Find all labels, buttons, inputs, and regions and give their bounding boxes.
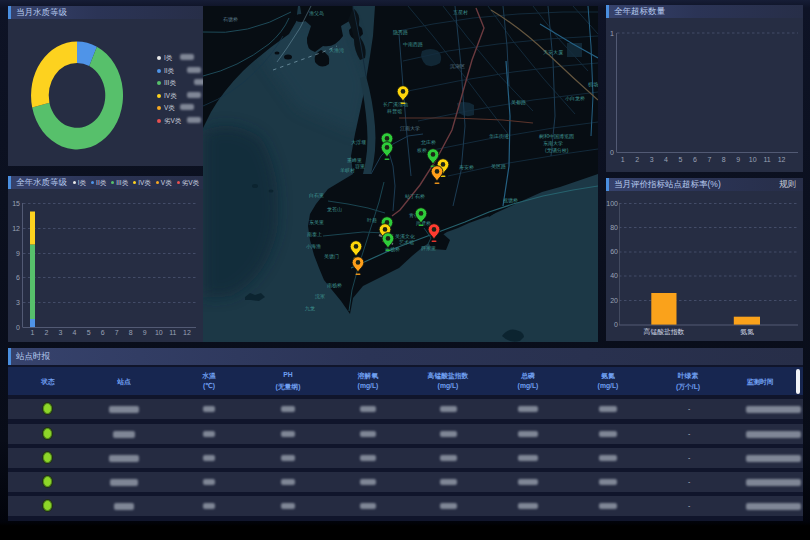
svg-text:20: 20 (610, 297, 618, 304)
svg-text:4: 4 (73, 329, 77, 336)
svg-text:10: 10 (749, 156, 757, 163)
svg-text:隐秀路: 隐秀路 (393, 29, 408, 36)
svg-text:9: 9 (16, 250, 20, 257)
svg-text:天安大厦: 天安大厦 (543, 49, 563, 56)
svg-text:板桥: 板桥 (416, 147, 427, 153)
svg-text:3: 3 (16, 299, 20, 306)
svg-text:华庄街道: 华庄街道 (489, 133, 509, 140)
svg-text:大浮堰: 大浮堰 (351, 139, 366, 146)
svg-text:40: 40 (610, 272, 618, 279)
svg-text:6: 6 (16, 274, 20, 281)
svg-text:南泰上: 南泰上 (307, 231, 322, 237)
svg-text:容里: 容里 (355, 163, 365, 169)
svg-text:7: 7 (707, 156, 711, 163)
svg-text:机场路: 机场路 (588, 81, 598, 88)
svg-text:氨氮: 氨氮 (740, 328, 754, 336)
svg-text:11: 11 (169, 329, 176, 336)
svg-text:100: 100 (606, 200, 618, 207)
svg-text:中南西路: 中南西路 (403, 41, 423, 48)
svg-text:五星村: 五星村 (453, 9, 468, 16)
svg-text:艺术馆: 艺术馆 (399, 239, 414, 245)
svg-text:8: 8 (129, 329, 133, 336)
svg-text:东南大学: 东南大学 (543, 140, 563, 146)
svg-text:12: 12 (12, 225, 20, 232)
svg-text:12: 12 (778, 156, 786, 163)
svg-text:小海渔: 小海渔 (306, 243, 321, 250)
svg-text:1: 1 (621, 156, 625, 163)
svg-text:江南大学: 江南大学 (400, 125, 420, 132)
svg-text:2: 2 (635, 156, 639, 163)
svg-text:吴都路: 吴都路 (511, 99, 526, 106)
svg-text:6: 6 (693, 156, 697, 163)
svg-text:7: 7 (115, 329, 119, 336)
svg-text:科普馆: 科普馆 (387, 108, 402, 115)
svg-text:3: 3 (59, 329, 63, 336)
svg-text:0: 0 (610, 149, 614, 156)
svg-text:5: 5 (679, 156, 683, 163)
svg-text:1: 1 (30, 329, 34, 336)
svg-text:石塘桥: 石塘桥 (223, 16, 238, 23)
svg-text:高锰酸盐指数: 高锰酸盐指数 (644, 328, 685, 336)
svg-text:吴区路: 吴区路 (491, 163, 506, 169)
svg-text:80: 80 (610, 224, 618, 231)
svg-text:白石里: 白石里 (309, 192, 324, 199)
svg-text:6: 6 (101, 329, 105, 336)
svg-text:5: 5 (87, 329, 91, 336)
svg-text:大渔湾: 大渔湾 (329, 47, 344, 54)
svg-text:3: 3 (650, 156, 654, 163)
svg-text:1: 1 (610, 30, 614, 37)
svg-text:15: 15 (12, 200, 20, 207)
svg-text:渔父岛: 渔父岛 (309, 10, 324, 17)
svg-text:羊岐村: 羊岐村 (340, 167, 355, 174)
svg-text:龙苍山: 龙苍山 (327, 206, 342, 212)
svg-text:滨湖区: 滨湖区 (450, 63, 465, 70)
svg-text:0: 0 (614, 321, 618, 328)
svg-text:祝塘桥: 祝塘桥 (503, 197, 518, 204)
svg-text:11: 11 (763, 156, 770, 163)
svg-text:薛家里: 薛家里 (421, 245, 436, 251)
svg-text:小白龙桥: 小白龙桥 (565, 95, 585, 102)
svg-text:9: 9 (736, 156, 740, 163)
svg-text:寿安桥: 寿安桥 (459, 164, 474, 170)
svg-text:0: 0 (16, 324, 20, 331)
svg-text:8: 8 (722, 156, 726, 163)
svg-text:60: 60 (610, 248, 618, 255)
svg-text:叶巷: 叶巷 (367, 217, 377, 223)
svg-text:长广溪湿地: 长广溪湿地 (383, 101, 408, 108)
svg-text:12: 12 (183, 329, 191, 336)
svg-text:4: 4 (664, 156, 668, 163)
svg-text:东吴里: 东吴里 (309, 219, 324, 225)
svg-text:吴塘门: 吴塘门 (324, 253, 339, 259)
svg-text:2: 2 (44, 329, 48, 336)
svg-text:九龙: 九龙 (305, 305, 315, 311)
svg-text:南杨桥: 南杨桥 (327, 282, 342, 289)
svg-text:站丁石桥: 站丁石桥 (405, 193, 425, 200)
svg-text:(无锡分校): (无锡分校) (545, 147, 569, 154)
svg-text:树和中国博览园: 树和中国博览园 (539, 133, 574, 140)
svg-text:尚贤桥: 尚贤桥 (416, 220, 431, 227)
svg-text:北庄桥: 北庄桥 (421, 139, 436, 146)
svg-text:10: 10 (155, 329, 163, 336)
svg-text:9: 9 (143, 329, 147, 336)
svg-text:沈家: 沈家 (315, 293, 325, 300)
